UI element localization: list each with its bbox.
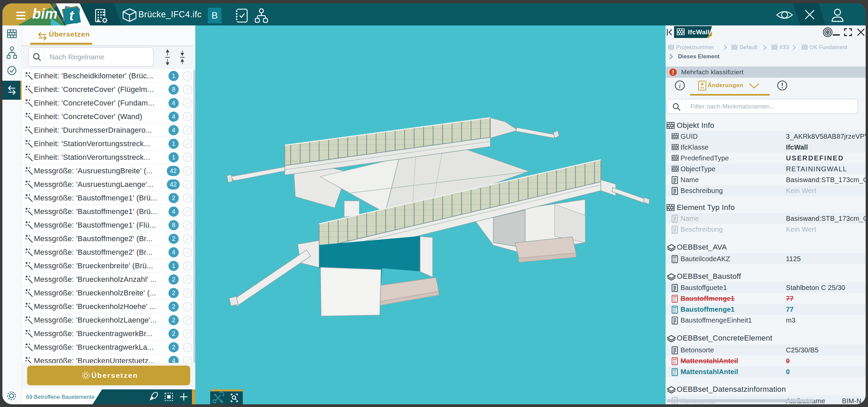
svg-text:t: t [69,8,74,23]
svg-text:i: i [679,82,680,90]
